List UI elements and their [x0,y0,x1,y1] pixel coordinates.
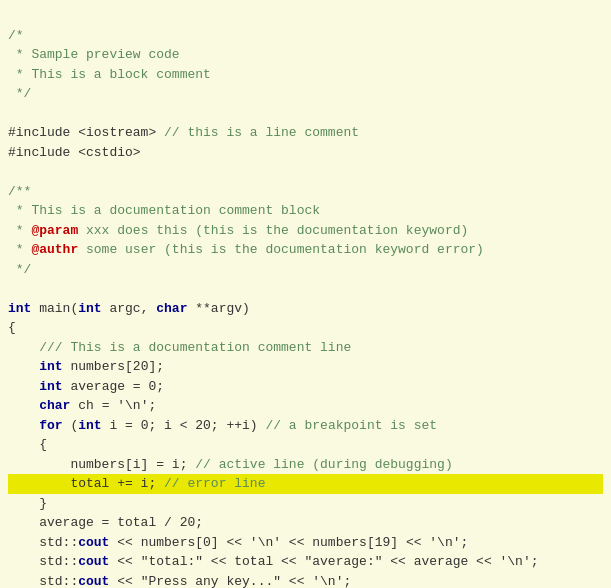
code-line: /** [8,182,603,202]
comment-text: * Sample preview code [8,47,180,62]
normal-token: numbers[20]; [63,359,164,374]
normal-token: ch = '\n'; [70,398,156,413]
normal-token [8,418,39,433]
code-line [8,162,603,182]
keyword-token: int [78,418,101,433]
doc-comment-token: * [8,223,31,238]
normal-token: argc, [102,301,157,316]
comment-token: /// This is a documentation comment line [39,340,351,355]
code-line: */ [8,84,603,104]
keyword-token: char [39,398,70,413]
code-line: /// This is a documentation comment line [8,338,603,358]
normal-token: std:: [8,535,78,550]
keyword-token: int [39,379,62,394]
code-line: std::cout << "Press any key..." << '\n'; [8,572,603,589]
keyword-token: cout [78,554,109,569]
comment-token: // a breakpoint is set [265,418,437,433]
normal-token: { [8,320,16,335]
code-line: std::cout << "total:" << total << "avera… [8,552,603,572]
code-line: * Sample preview code [8,45,603,65]
code-line: int numbers[20]; [8,357,603,377]
normal-token: << numbers[0] << '\n' << numbers[19] << … [109,535,468,550]
doc-comment-token: some user (this is the documentation key… [78,242,484,257]
doc-keyword-token: @param [31,223,78,238]
normal-token: ( [63,418,79,433]
doc-keyword-token: @authr [31,242,78,257]
normal-token: total += i; [8,476,164,491]
code-line: numbers[i] = i; // active line (during d… [8,455,603,475]
code-line: for (int i = 0; i < 20; ++i) // a breakp… [8,416,603,436]
code-line: * This is a block comment [8,65,603,85]
normal-token: << "total:" << total << "average:" << av… [109,554,538,569]
keyword-token: int [39,359,62,374]
normal-token [8,379,39,394]
normal-token: average = 0; [63,379,164,394]
comment-text: * This is a block comment [8,67,211,82]
code-line: char ch = '\n'; [8,396,603,416]
code-line: /* [8,26,603,46]
doc-comment-token: xxx does this (this is the documentation… [78,223,468,238]
code-line: total += i; // error line [8,474,603,494]
comment-text: */ [8,86,31,101]
normal-token [8,340,39,355]
keyword-token: int [78,301,101,316]
normal-token: numbers[i] = i; [8,457,195,472]
comment-token: // error line [164,476,265,491]
doc-comment-token: * This is a documentation comment block [8,203,320,218]
normal-token: { [8,437,47,452]
comment-token: // active line (during debugging) [195,457,452,472]
normal-token: average = total / 20; [8,515,203,530]
code-line: std::cout << numbers[0] << '\n' << numbe… [8,533,603,553]
normal-token: std:: [8,554,78,569]
keyword-token: cout [78,535,109,550]
code-line: int main(int argc, char **argv) [8,299,603,319]
normal-token: << "Press any key..." << '\n'; [109,574,351,589]
normal-token: **argv) [187,301,249,316]
normal-token: main( [31,301,78,316]
code-line: int average = 0; [8,377,603,397]
normal-token: } [8,496,47,511]
comment-text: /* [8,28,24,43]
normal-token: #include <iostream> [8,125,164,140]
normal-token: #include <cstdio> [8,145,141,160]
normal-token: std:: [8,574,78,589]
keyword-token: for [39,418,62,433]
normal-token [8,398,39,413]
keyword-token: char [156,301,187,316]
comment-token: // this is a line comment [164,125,359,140]
keyword-token: cout [78,574,109,589]
code-line: average = total / 20; [8,513,603,533]
code-line: */ [8,260,603,280]
code-line: * @param xxx does this (this is the docu… [8,221,603,241]
keyword-token: int [8,301,31,316]
code-line: #include <iostream> // this is a line co… [8,123,603,143]
code-line: * This is a documentation comment block [8,201,603,221]
code-line: } [8,494,603,514]
normal-token: i = 0; i < 20; ++i) [102,418,266,433]
code-line [8,279,603,299]
code-line: #include <cstdio> [8,143,603,163]
code-line: { [8,318,603,338]
normal-token [8,359,39,374]
comment-text: /** [8,184,31,199]
code-line [8,104,603,124]
doc-comment-token: * [8,242,31,257]
comment-text: */ [8,262,31,277]
code-line: { [8,435,603,455]
code-line: * @authr some user (this is the document… [8,240,603,260]
code-editor: /* * Sample preview code * This is a blo… [8,6,603,588]
